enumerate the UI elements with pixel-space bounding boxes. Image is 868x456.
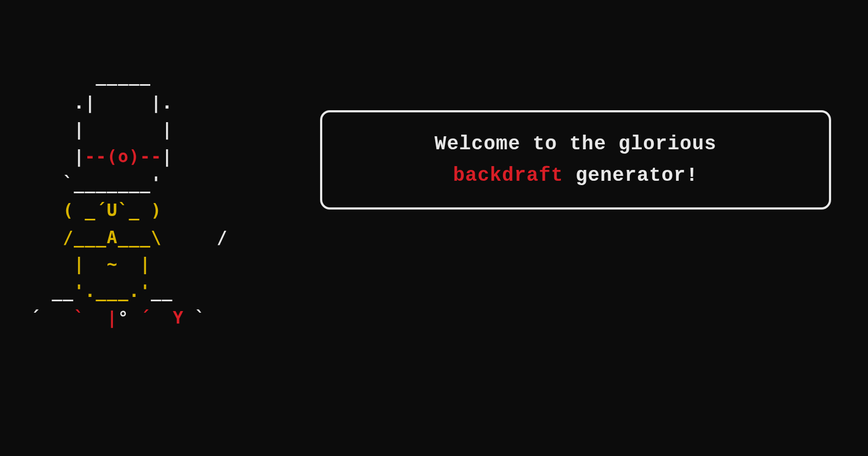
yeoman-ascii-art: _____ .| |. | | |--(o)--| `_______' ( _´…	[30, 62, 228, 332]
welcome-text-prefix: Welcome to the glorious	[435, 133, 717, 155]
welcome-message-box: Welcome to the glorious backdraft genera…	[320, 110, 831, 210]
welcome-text-suffix: generator!	[563, 164, 698, 187]
generator-name-highlight: backdraft	[453, 164, 563, 187]
